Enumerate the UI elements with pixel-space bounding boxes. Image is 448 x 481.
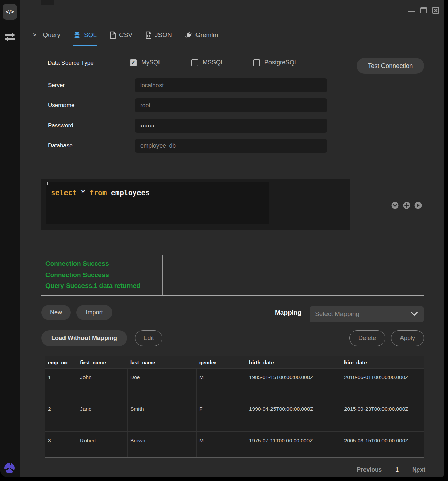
log-line: Query Success,3 data returned — [45, 292, 419, 296]
column-header: emp_no — [45, 359, 77, 365]
database-input[interactable] — [135, 139, 327, 153]
tab-label: CSV — [119, 31, 132, 39]
tab-query[interactable]: >_ Query — [33, 25, 60, 46]
window-top-notch — [41, 0, 54, 5]
tab-sql[interactable]: SQL — [73, 25, 97, 46]
terminal-icon: >_ — [33, 32, 40, 38]
cell-last-name: Smith — [127, 400, 196, 431]
log-line: Connection Success — [45, 270, 419, 281]
tab-json[interactable]: JSON — [145, 25, 172, 46]
editor-toolbar — [391, 201, 422, 209]
file-icon — [110, 31, 116, 39]
cell-birth-date: 1990-04-25T00:00:00.000Z — [246, 400, 341, 431]
edit-button[interactable]: Edit — [135, 330, 162, 346]
swap-arrows-icon[interactable] — [3, 32, 16, 42]
checkbox-postgresql[interactable]: PostgreSQL — [253, 59, 298, 66]
resize-handle-icon[interactable] — [413, 468, 419, 475]
log-line: Query Success,1 data returned — [45, 280, 419, 292]
cell-hire-date: 2010-06-01T00:00:00.000Z — [341, 369, 424, 400]
test-connection-button[interactable]: Test Connection — [357, 58, 424, 74]
username-label: Username — [48, 102, 74, 109]
cell-gender: M — [196, 369, 246, 400]
log-line: Connection Success — [45, 258, 419, 270]
cell-emp-no: 1 — [45, 369, 77, 400]
cell-first-name: John — [77, 369, 127, 400]
page-number[interactable]: 1 — [395, 466, 399, 474]
cell-gender: M — [196, 432, 246, 457]
code-icon[interactable]: </> — [3, 4, 17, 20]
select-divider — [404, 309, 405, 320]
new-button[interactable]: New — [41, 305, 71, 320]
plug-icon — [185, 31, 192, 39]
sql-identifier: employees — [111, 189, 150, 197]
log-output[interactable]: Connection Success Connection Success Qu… — [41, 255, 424, 296]
cell-first-name: Jane — [77, 400, 127, 431]
sql-code-line: select * from employees — [51, 189, 150, 197]
column-header: first_name — [77, 359, 127, 365]
server-label: Server — [48, 82, 65, 89]
add-icon[interactable] — [403, 201, 411, 209]
password-input[interactable] — [135, 119, 327, 133]
import-button[interactable]: Import — [76, 305, 112, 320]
tab-csv[interactable]: CSV — [110, 25, 132, 46]
sql-operator: * — [81, 189, 86, 197]
column-header: birth_date — [246, 359, 341, 365]
tab-gremlin[interactable]: Gremlin — [185, 25, 218, 46]
column-header: gender — [196, 359, 246, 365]
delete-button[interactable]: Delete — [349, 330, 385, 346]
main-window: >_ Query SQL — [20, 0, 444, 477]
datasource-type-label: Data Source Type — [48, 60, 94, 67]
column-header: last_name — [127, 359, 196, 365]
password-label: Password — [48, 122, 73, 129]
table-row[interactable]: 3 Robert Brown M 1975-07-11T00:00:00.000… — [45, 431, 424, 457]
tab-label: Query — [43, 31, 60, 39]
cell-last-name: Doe — [127, 369, 196, 400]
collapse-icon[interactable] — [391, 201, 399, 209]
minimize-icon[interactable] — [408, 11, 415, 12]
column-header: hire_date — [341, 359, 424, 365]
previous-button[interactable]: Previous — [357, 466, 382, 474]
checkbox-label: PostgreSQL — [264, 59, 298, 66]
tab-label: Gremlin — [195, 31, 218, 39]
table-header: emp_no first_name last_name gender birth… — [45, 356, 424, 368]
checkbox-mysql[interactable]: ✓ MySQL — [130, 59, 162, 66]
table-row[interactable]: 1 John Doe M 1985-01-15T00:00:00.000Z 20… — [45, 368, 424, 400]
cell-birth-date: 1985-01-15T00:00:00.000Z — [246, 369, 341, 400]
database-label: Database — [48, 142, 73, 149]
pagination: Previous 1 Next — [325, 464, 425, 475]
editor-cursor — [47, 182, 48, 185]
username-input[interactable] — [135, 98, 327, 112]
mapping-label: Mapping — [275, 305, 301, 320]
cell-first-name: Robert — [77, 432, 127, 457]
load-without-mapping-button[interactable]: Load Without Mapping — [41, 330, 127, 346]
app-logo-icon — [4, 463, 15, 473]
database-icon — [73, 31, 81, 39]
maximize-icon[interactable] — [420, 7, 427, 13]
run-icon[interactable] — [414, 201, 422, 209]
cell-gender: F — [196, 400, 246, 431]
apply-button[interactable]: Apply — [391, 330, 424, 346]
tab-label: JSON — [155, 31, 172, 39]
checkbox-checked-icon: ✓ — [130, 59, 137, 66]
checkbox-label: MSSQL — [203, 59, 224, 66]
results-table: emp_no first_name last_name gender birth… — [45, 356, 424, 458]
sql-editor-textarea[interactable] — [46, 182, 269, 224]
checkbox-mssql[interactable]: MSSQL — [191, 59, 224, 66]
cell-emp-no: 2 — [45, 400, 77, 431]
server-input[interactable] — [135, 78, 327, 92]
cell-emp-no: 3 — [45, 432, 77, 457]
tab-label: SQL — [84, 31, 97, 39]
sql-keyword: select — [51, 189, 77, 197]
cell-birth-date: 1975-07-11T00:00:00.000Z — [246, 432, 341, 457]
checkbox-unchecked-icon — [191, 59, 198, 66]
table-row[interactable]: 2 Jane Smith F 1990-04-25T00:00:00.000Z … — [45, 400, 424, 431]
cell-hire-date: 2005-03-15T00:00:00.000Z — [341, 432, 424, 457]
mapping-select[interactable]: Select Mapping — [310, 306, 424, 322]
sql-editor[interactable]: select * from employees — [41, 179, 350, 230]
checkbox-label: MySQL — [141, 59, 162, 66]
mapping-select-placeholder: Select Mapping — [315, 310, 359, 318]
file-code-icon — [145, 31, 152, 39]
checkbox-unchecked-icon — [253, 59, 260, 66]
sidebar: </> — [0, 0, 20, 477]
close-icon[interactable] — [432, 7, 439, 14]
